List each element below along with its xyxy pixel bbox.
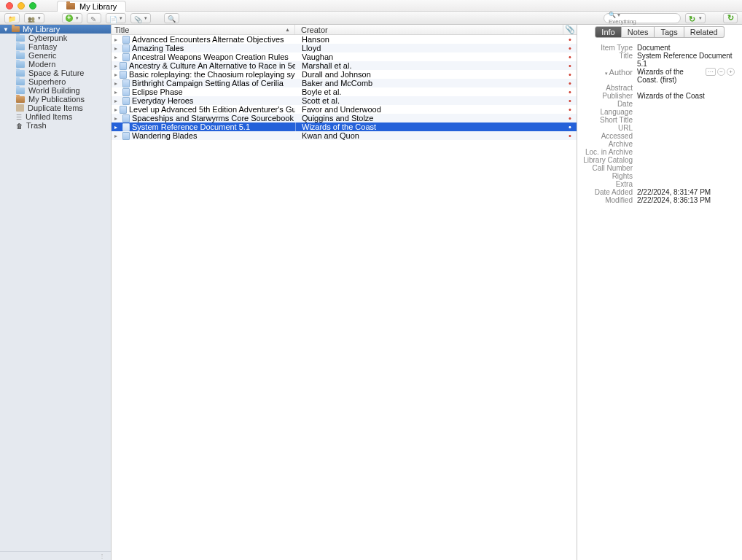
close-window-button[interactable] <box>6 2 13 9</box>
disclosure-icon[interactable]: ▸ <box>114 133 120 139</box>
minimize-window-button[interactable] <box>17 2 25 9</box>
item-row[interactable]: ▸Eclipse PhaseBoyle et al.• <box>112 88 577 96</box>
meta-value[interactable] <box>637 132 735 140</box>
disclosure-icon[interactable]: ▸ <box>114 115 120 122</box>
add-attachment-button[interactable] <box>130 13 151 23</box>
window-controls <box>0 2 36 9</box>
sidebar-unfiled-items[interactable]: Unfiled Items <box>0 112 111 121</box>
item-row[interactable]: ▸Wandering BladesKwan and Quon• <box>112 131 577 140</box>
item-row[interactable]: ▸Amazing TalesLloyd• <box>112 44 577 52</box>
sidebar-folder[interactable]: Space & Future <box>0 69 111 77</box>
disclosure-icon[interactable]: ▸ <box>114 124 120 131</box>
meta-label: Publisher <box>577 92 637 100</box>
sidebar-folder[interactable]: Superhero <box>0 77 111 86</box>
disclosure-icon[interactable]: ▸ <box>114 54 120 61</box>
disclosure-icon[interactable]: ▸ <box>114 36 120 43</box>
meta-value[interactable]: Wizards of the Coast. (first) <box>637 68 703 84</box>
disclosure-icon[interactable]: ▸ <box>114 80 120 87</box>
item-row[interactable]: ▸Birthright Campaign Setting Atlas of Ce… <box>112 79 577 88</box>
sidebar-duplicate-items[interactable]: Duplicate Items <box>0 104 111 112</box>
item-title: Everyday Heroes <box>132 96 193 105</box>
disclosure-icon[interactable]: ▼ <box>3 26 9 33</box>
meta-value[interactable] <box>637 84 735 92</box>
sidebar-resize-handle[interactable]: ⋮ <box>0 551 111 560</box>
sidebar-root-my-library[interactable]: ▼ My Library <box>0 25 111 34</box>
cell-attachment: • <box>563 123 577 131</box>
disclosure-icon[interactable]: ▸ <box>114 63 117 69</box>
item-row[interactable]: ▸Advanced Encounters Alternate Objective… <box>112 35 577 44</box>
search-input[interactable] <box>639 14 721 22</box>
disclosure-icon[interactable]: ▸ <box>114 106 117 113</box>
tab-related[interactable]: Related <box>684 26 725 38</box>
item-row[interactable]: ▸System Reference Document 5.1Wizards of… <box>112 122 577 131</box>
item-row[interactable]: ▸Spaceships and Starwyrms Core Sourceboo… <box>112 114 577 122</box>
author-mode-toggle[interactable]: ⋯ <box>706 68 716 76</box>
sidebar-folder[interactable]: Modern <box>0 60 111 69</box>
cell-title: ▸Everyday Heroes <box>112 96 295 105</box>
folder-icon <box>16 44 25 50</box>
item-row[interactable]: ▸Everyday HeroesScott et al.• <box>112 96 577 105</box>
meta-value[interactable]: Document <box>637 44 735 52</box>
column-header-creator[interactable]: Creator <box>295 25 563 34</box>
meta-value[interactable]: Wizards of the Coast <box>637 92 735 100</box>
advanced-search-button[interactable] <box>164 13 179 23</box>
sync-button[interactable] <box>723 13 738 23</box>
disclosure-icon[interactable]: ▸ <box>114 89 120 96</box>
author-remove-button[interactable]: − <box>717 68 725 76</box>
column-header-title[interactable]: Title ▲ <box>112 25 295 34</box>
meta-value[interactable] <box>637 124 735 132</box>
meta-value[interactable] <box>637 140 735 148</box>
locate-button[interactable] <box>685 13 706 23</box>
meta-value[interactable] <box>637 172 735 180</box>
sidebar-folder[interactable]: World Building <box>0 86 111 95</box>
sidebar-folder[interactable]: Generic <box>0 51 111 60</box>
document-icon <box>120 62 127 70</box>
sidebar-trash[interactable]: Trash <box>0 121 111 130</box>
new-group-button[interactable] <box>24 13 44 23</box>
meta-label: Date <box>577 100 637 108</box>
cell-title: ▸Advanced Encounters Alternate Objective… <box>112 35 295 44</box>
note-icon <box>109 15 117 22</box>
meta-value[interactable] <box>637 100 735 108</box>
plus-icon <box>66 15 73 22</box>
meta-value[interactable] <box>637 156 735 164</box>
document-icon <box>122 114 130 122</box>
new-item-button[interactable] <box>62 13 82 23</box>
meta-value[interactable] <box>637 108 735 116</box>
zoom-window-button[interactable] <box>29 2 36 9</box>
meta-value[interactable] <box>637 148 735 156</box>
column-header-attachment[interactable]: 📎 <box>563 25 577 34</box>
meta-date: Date <box>577 100 735 108</box>
tab-info[interactable]: Info <box>595 26 621 38</box>
add-by-identifier-button[interactable] <box>87 13 101 23</box>
disclosure-icon[interactable]: ▸ <box>114 45 120 52</box>
disclosure-icon[interactable]: ▸ <box>114 71 117 78</box>
cell-attachment: • <box>563 114 577 122</box>
sidebar-folder[interactable]: Fantasy <box>0 42 111 51</box>
toolbar-left <box>4 13 179 23</box>
item-row[interactable]: ▸Ancestry & Culture An Alternative to Ra… <box>112 61 577 70</box>
item-row[interactable]: ▸Ancestral Weapons Weapon Creation Rules… <box>112 52 577 61</box>
tab-my-library[interactable]: My Library <box>57 1 126 12</box>
tab-tags[interactable]: Tags <box>655 26 684 38</box>
meta-rights: Rights <box>577 172 735 180</box>
item-row[interactable]: ▸Basic roleplaying: the Chaosium rolepla… <box>112 70 577 79</box>
search-scope-label[interactable]: Everything <box>609 12 636 25</box>
pdf-indicator-icon: • <box>569 52 571 61</box>
meta-value[interactable]: System Reference Document 5.1 <box>637 52 735 68</box>
item-row[interactable]: ▸Level up Advanced 5th Edition Adventure… <box>112 105 577 114</box>
author-add-button[interactable]: + <box>727 68 735 76</box>
tab-notes[interactable]: Notes <box>622 26 655 38</box>
meta-value[interactable] <box>637 164 735 172</box>
sidebar-my-publications[interactable]: My Publications <box>0 95 111 104</box>
new-collection-button[interactable] <box>4 13 20 23</box>
meta-label: Loc. in Archive <box>577 148 637 156</box>
meta-value[interactable] <box>637 180 735 188</box>
sidebar-folder[interactable]: Cyberpunk <box>0 34 111 42</box>
disclosure-icon[interactable]: ▸ <box>114 98 120 104</box>
search-box[interactable]: Everything <box>604 13 681 23</box>
cell-creator: Quiggins and Stolze <box>295 114 563 122</box>
disclosure-icon[interactable]: ▾ <box>605 71 608 76</box>
new-note-button[interactable] <box>106 13 126 23</box>
meta-value[interactable] <box>637 116 735 124</box>
